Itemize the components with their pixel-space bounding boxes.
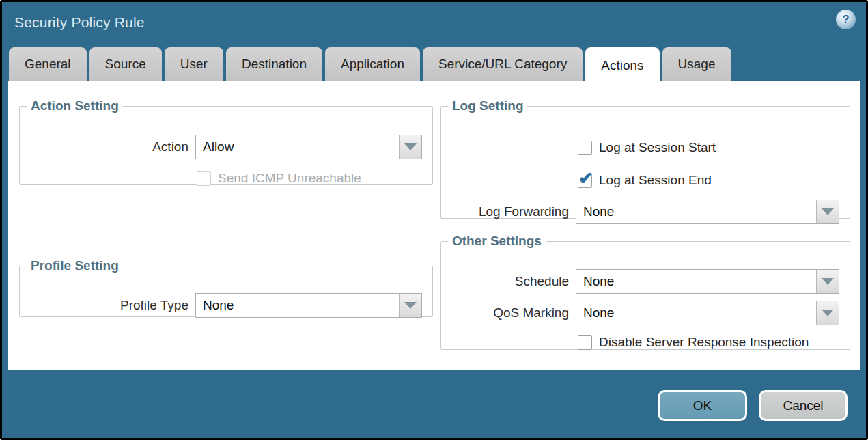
log-forwarding-dropdown[interactable]: None [576, 200, 839, 224]
log-setting-group: Log Setting Log at Session Start Log at … [440, 98, 850, 219]
send-icmp-unreachable-checkbox [197, 171, 211, 186]
tab-application[interactable]: Application [325, 47, 420, 81]
qos-marking-label: QoS Marking [441, 305, 569, 320]
dialog-title: Security Policy Rule [14, 14, 145, 31]
triangle-glyph [822, 310, 834, 316]
tab-bar: General Source User Destination Applicat… [9, 47, 731, 84]
log-setting-legend: Log Setting [448, 98, 527, 113]
schedule-label: Schedule [441, 274, 569, 289]
action-setting-group: Action Setting Action Allow Send ICMP Un… [19, 98, 433, 185]
chevron-down-icon[interactable] [399, 135, 421, 159]
log-forwarding-label: Log Forwarding [441, 204, 569, 219]
schedule-dropdown-value: None [576, 270, 816, 293]
tab-service-url-category[interactable]: Service/URL Category [423, 47, 583, 81]
profile-type-label: Profile Type [27, 298, 188, 313]
log-session-end-label[interactable]: Log at Session End [599, 173, 712, 188]
triangle-glyph [404, 302, 417, 309]
profile-setting-group: Profile Setting Profile Type None [19, 258, 433, 317]
triangle-glyph [404, 143, 417, 150]
disable-server-response-inspection-checkbox[interactable] [578, 335, 592, 350]
help-icon[interactable]: ? [836, 10, 856, 29]
log-session-end-checkbox[interactable] [578, 174, 592, 188]
profile-type-dropdown-value: None [196, 294, 399, 317]
qos-marking-dropdown-value: None [576, 301, 816, 325]
action-setting-legend: Action Setting [27, 98, 123, 113]
log-forwarding-dropdown-value: None [576, 200, 816, 223]
action-label: Action [27, 139, 188, 154]
cancel-button[interactable]: Cancel [759, 390, 848, 421]
actions-tab-content: Action Setting Action Allow Send ICMP Un… [8, 81, 860, 370]
schedule-dropdown[interactable]: None [576, 269, 839, 294]
chevron-down-icon[interactable] [816, 200, 839, 223]
send-icmp-unreachable-row: Send ICMP Unreachable [197, 171, 361, 186]
tab-actions[interactable]: Actions [585, 47, 659, 84]
log-session-start-checkbox[interactable] [578, 141, 592, 155]
other-settings-legend: Other Settings [448, 234, 546, 249]
security-policy-rule-dialog: Security Policy Rule ? General Source Us… [0, 0, 868, 440]
log-session-end-row: Log at Session End [578, 173, 712, 188]
tab-general[interactable]: General [9, 47, 87, 81]
tab-usage[interactable]: Usage [662, 47, 731, 81]
dsri-row: Disable Server Response Inspection [578, 335, 809, 350]
ok-button[interactable]: OK [658, 390, 747, 421]
chevron-down-icon[interactable] [816, 270, 839, 293]
disable-server-response-inspection-label[interactable]: Disable Server Response Inspection [599, 335, 809, 350]
profile-setting-legend: Profile Setting [27, 258, 123, 273]
question-mark-glyph: ? [842, 14, 849, 25]
log-session-start-row: Log at Session Start [578, 140, 716, 155]
action-dropdown[interactable]: Allow [195, 135, 422, 159]
tab-source[interactable]: Source [89, 47, 162, 81]
chevron-down-icon[interactable] [816, 301, 839, 325]
tab-user[interactable]: User [165, 47, 223, 81]
qos-marking-dropdown[interactable]: None [576, 301, 839, 325]
other-settings-group: Other Settings Schedule None QoS Marking… [440, 234, 850, 350]
tab-destination[interactable]: Destination [226, 47, 322, 81]
chevron-down-icon[interactable] [399, 294, 421, 317]
log-session-start-label[interactable]: Log at Session Start [599, 140, 716, 155]
send-icmp-unreachable-label: Send ICMP Unreachable [218, 171, 361, 186]
triangle-glyph [822, 278, 834, 285]
action-dropdown-value: Allow [196, 135, 399, 159]
triangle-glyph [822, 208, 834, 215]
profile-type-dropdown[interactable]: None [195, 293, 422, 318]
